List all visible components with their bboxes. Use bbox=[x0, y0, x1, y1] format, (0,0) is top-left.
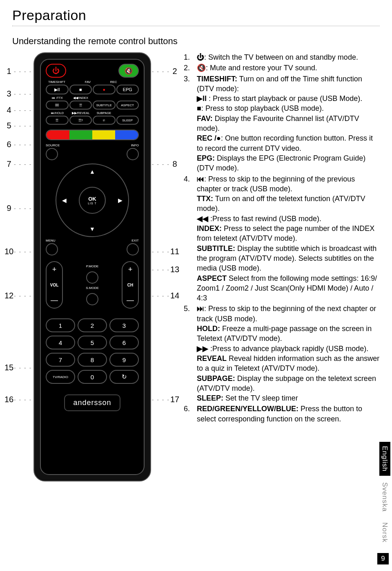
num-7-button[interactable]: 7 bbox=[46, 353, 75, 367]
page-subtitle: Understanding the remote control buttons bbox=[0, 34, 392, 52]
callout-6: 6- - - - bbox=[4, 140, 32, 149]
dpad[interactable]: ▲ ▼ ◀ ▶ OKLIS T bbox=[56, 163, 129, 237]
callout-3: 3- - - - bbox=[4, 89, 32, 99]
num-0-button[interactable]: 0 bbox=[78, 370, 107, 384]
volume-rocker[interactable]: + VOL — bbox=[46, 261, 63, 309]
ok-button[interactable]: OKLIS T bbox=[79, 187, 106, 214]
red-button[interactable] bbox=[47, 130, 69, 139]
hold-button[interactable]: ☰ bbox=[46, 116, 69, 125]
subtitle-button[interactable]: SUBTITLE bbox=[93, 101, 116, 110]
num-9-button[interactable]: 9 bbox=[109, 353, 139, 367]
remote-outline: ⏻ 🔇 TIMESHIFT FAV REC ▶II ■ ● EPG ⏮ /TTX bbox=[33, 52, 151, 481]
lang-norsk: Norsk bbox=[379, 518, 390, 546]
num-2-button[interactable]: 2 bbox=[78, 318, 107, 332]
num-5-button[interactable]: 5 bbox=[78, 336, 107, 349]
fav-label: FAV bbox=[85, 80, 91, 84]
playpause-button[interactable]: ▶II bbox=[46, 85, 69, 94]
blue-button[interactable] bbox=[115, 130, 138, 139]
num-4-button[interactable]: 4 bbox=[46, 336, 75, 349]
exit-button[interactable] bbox=[127, 243, 139, 255]
stop-button[interactable]: ■ bbox=[69, 85, 92, 94]
right-arrow-icon[interactable]: ▶ bbox=[118, 197, 122, 204]
remote-diagram: 1- - - -3- - - -4- - - -5- - - -6- - - -… bbox=[4, 52, 180, 494]
page-number: 9 bbox=[377, 553, 389, 564]
callout-15: 15- - - - bbox=[4, 363, 32, 372]
timeshift-label: TIMESHIFT bbox=[48, 80, 65, 84]
color-buttons[interactable] bbox=[46, 130, 139, 140]
loop-button[interactable]: ↻ bbox=[109, 370, 139, 384]
page-title: Preparation bbox=[0, 0, 392, 26]
num-3-button[interactable]: 3 bbox=[109, 318, 139, 332]
tvradio-button[interactable]: TV/RADIO bbox=[46, 370, 75, 384]
yellow-button[interactable] bbox=[92, 130, 115, 139]
mute-button[interactable]: 🔇 bbox=[118, 64, 139, 78]
subpage-button[interactable]: ⎚ bbox=[93, 116, 116, 125]
callout-13: - - - -13 bbox=[152, 265, 180, 274]
epg-button[interactable]: EPG bbox=[116, 85, 139, 94]
callout-16: 16- - - - bbox=[4, 395, 32, 404]
pmode-label: P.MODE bbox=[86, 264, 99, 268]
num-6-button[interactable]: 6 bbox=[109, 336, 139, 349]
callout-10: 10- - - - bbox=[4, 247, 32, 256]
callout-12: 12- - - - bbox=[4, 291, 32, 300]
callout-7: 7- - - - bbox=[4, 159, 32, 169]
title-rule bbox=[12, 26, 380, 26]
callout-9: 9- - - - bbox=[4, 204, 32, 213]
callout-14: - - - -14 bbox=[152, 291, 180, 300]
lang-english: English bbox=[379, 442, 390, 476]
channel-rocker[interactable]: + CH — bbox=[122, 261, 139, 309]
brand-logo: andersson bbox=[46, 394, 139, 411]
menu-button[interactable] bbox=[46, 243, 58, 255]
down-arrow-icon[interactable]: ▼ bbox=[89, 226, 95, 232]
record-button[interactable]: ● bbox=[93, 85, 116, 94]
callout-17: - - - -17 bbox=[152, 395, 180, 404]
number-pad: 1 2 3 4 5 6 7 8 9 TV/RADIO bbox=[46, 318, 139, 384]
power-button[interactable]: ⏻ bbox=[46, 64, 66, 78]
callout-1: 1- - - - bbox=[4, 67, 32, 76]
callout-11: - - - -11 bbox=[152, 247, 180, 256]
pmode-button[interactable] bbox=[86, 271, 98, 284]
left-arrow-icon[interactable]: ◀ bbox=[62, 197, 67, 204]
callout-2: - - - -2 bbox=[152, 67, 180, 76]
source-label: SOURCE bbox=[46, 143, 60, 147]
num-8-button[interactable]: 8 bbox=[78, 353, 107, 367]
ttx-icon2-button[interactable]: ☰ bbox=[69, 101, 92, 110]
callout-4: 4- - - - bbox=[4, 105, 32, 115]
smode-label: S.MODE bbox=[86, 286, 99, 290]
sleep-button[interactable]: SLEEP bbox=[116, 116, 139, 125]
up-arrow-icon[interactable]: ▲ bbox=[89, 168, 95, 175]
callout-8: - - - -8 bbox=[152, 159, 180, 169]
info-label: INFO bbox=[127, 143, 139, 147]
lang-svenska: Svenska bbox=[379, 478, 390, 516]
rec-label: REC bbox=[110, 80, 117, 84]
descriptions: 1.⏻: Switch the TV between on and standb… bbox=[180, 52, 380, 494]
ttx-icon1-button[interactable]: ⌧ bbox=[46, 101, 69, 110]
source-button[interactable] bbox=[46, 148, 58, 160]
info-button[interactable] bbox=[127, 148, 139, 160]
language-tab: English Svenska Norsk bbox=[381, 442, 389, 546]
green-button[interactable] bbox=[69, 130, 92, 139]
callout-5: 5- - - - bbox=[4, 121, 32, 130]
smode-button[interactable] bbox=[86, 293, 98, 305]
menu-label: MENU bbox=[46, 239, 58, 242]
reveal-button[interactable]: ☰? bbox=[69, 116, 92, 125]
num-1-button[interactable]: 1 bbox=[46, 318, 75, 332]
exit-label: EXIT bbox=[127, 239, 139, 242]
aspect-button[interactable]: ASPECT bbox=[116, 101, 139, 110]
